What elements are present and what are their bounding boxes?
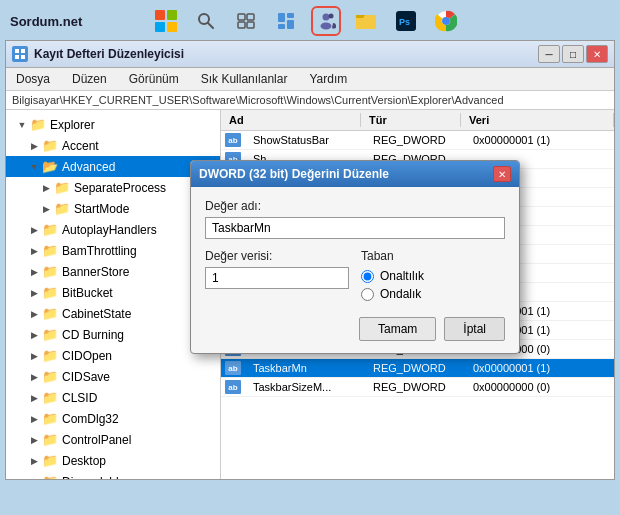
value-name-input[interactable] xyxy=(205,217,505,239)
dialog-title: DWORD (32 bit) Değerini Düzenle xyxy=(199,167,389,181)
radio-hex-input[interactable] xyxy=(361,270,374,283)
dialog-buttons: Tamam İptal xyxy=(205,317,505,341)
ok-button[interactable]: Tamam xyxy=(359,317,436,341)
dialog-titlebar: DWORD (32 bit) Değerini Düzenle ✕ xyxy=(191,161,519,187)
base-label: Taban xyxy=(361,249,505,263)
value-data-label: Değer verisi: xyxy=(205,249,349,263)
cancel-button[interactable]: İptal xyxy=(444,317,505,341)
radio-hex-label: Onaltılık xyxy=(380,269,424,283)
radio-hex: Onaltılık xyxy=(361,269,505,283)
dword-edit-dialog: DWORD (32 bit) Değerini Düzenle ✕ Değer … xyxy=(190,160,520,354)
value-name-label: Değer adı: xyxy=(205,199,505,213)
value-data-input[interactable] xyxy=(205,267,349,289)
radio-decimal-input[interactable] xyxy=(361,288,374,301)
base-section: Taban Onaltılık Ondalık xyxy=(361,249,505,305)
dialog-close-button[interactable]: ✕ xyxy=(493,166,511,182)
radio-decimal: Ondalık xyxy=(361,287,505,301)
dialog-value-row: Değer verisi: Taban Onaltılık Ondalık xyxy=(205,249,505,305)
dialog-overlay: DWORD (32 bit) Değerini Düzenle ✕ Değer … xyxy=(0,0,620,515)
value-data-section: Değer verisi: xyxy=(205,249,349,299)
dialog-body: Değer adı: Değer verisi: Taban Onaltılık… xyxy=(191,187,519,353)
radio-decimal-label: Ondalık xyxy=(380,287,421,301)
